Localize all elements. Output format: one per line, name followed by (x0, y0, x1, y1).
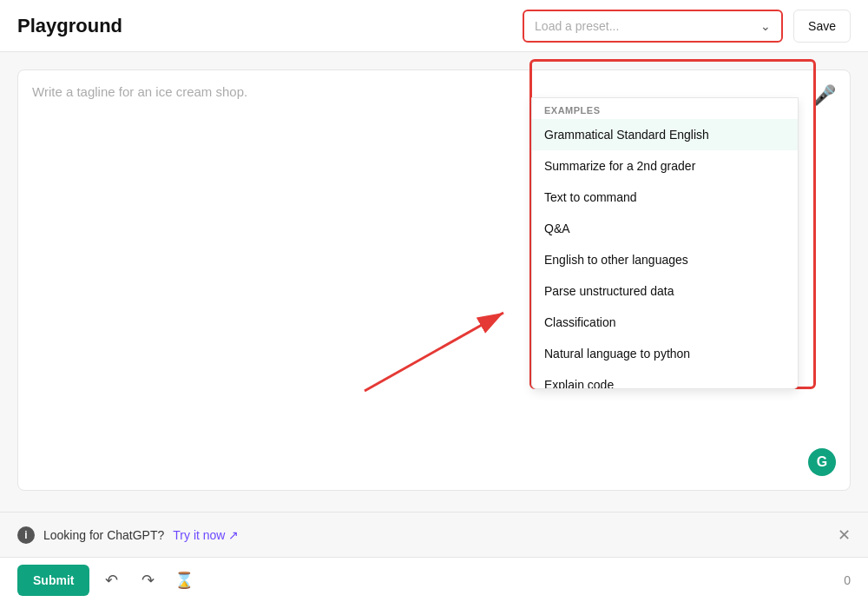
dropdown-item-parse-data[interactable]: Parse unstructured data (532, 275, 798, 307)
banner-close-button[interactable]: ✕ (838, 526, 851, 545)
dropdown-scrollable[interactable]: Grammatical Standard English Summarize f… (532, 119, 798, 388)
grammarly-icon[interactable]: G (808, 448, 836, 476)
redo-button[interactable]: ↷ (133, 566, 162, 595)
mic-icon[interactable]: 🎤 (812, 84, 836, 106)
dropdown-item-grammatical[interactable]: Grammatical Standard English (532, 119, 798, 150)
token-count: 0 (844, 573, 851, 587)
undo-button[interactable]: ↶ (96, 566, 126, 595)
footer-toolbar: Submit ↶ ↷ ⌛ 0 (0, 557, 868, 602)
page-title: Playground (17, 15, 122, 37)
info-icon: i (17, 526, 35, 544)
dropdown-item-qa[interactable]: Q&A (532, 213, 798, 244)
submit-button[interactable]: Submit (17, 565, 89, 596)
g-icon-wrapper: G (808, 448, 836, 476)
chatgpt-link[interactable]: Try it now ↗ (173, 528, 239, 542)
header-right: Load a preset... ⌄ Save (523, 10, 851, 43)
banner-text: Looking for ChatGPT? (43, 528, 164, 542)
chevron-down-icon: ⌄ (760, 19, 771, 33)
header: Playground Load a preset... ⌄ Save (0, 0, 868, 52)
redo-icon: ↷ (141, 571, 155, 590)
external-link-icon: ↗ (228, 528, 239, 542)
dropdown-section-label: EXAMPLES (532, 98, 798, 119)
bottom-banner: i Looking for ChatGPT? Try it now ↗ ✕ (0, 512, 868, 557)
preset-placeholder: Load a preset... (535, 19, 619, 33)
dropdown-item-summarize[interactable]: Summarize for a 2nd grader (532, 150, 798, 182)
dropdown-item-nl-python[interactable]: Natural language to python (532, 338, 798, 369)
preset-dropdown-trigger[interactable]: Load a preset... ⌄ (523, 10, 783, 43)
dropdown-item-english-languages[interactable]: English to other languages (532, 244, 798, 275)
undo-icon: ↶ (105, 571, 118, 590)
dropdown-item-explain-code[interactable]: Explain code (532, 369, 798, 388)
dropdown-item-text-command[interactable]: Text to command (532, 182, 798, 213)
main-area: Write a tagline for an ice cream shop. 🎤… (0, 52, 868, 508)
history-button[interactable]: ⌛ (169, 566, 199, 595)
save-button[interactable]: Save (793, 10, 851, 43)
mic-icon-wrapper: 🎤 (812, 84, 836, 107)
dropdown-item-classification[interactable]: Classification (532, 307, 798, 338)
preset-dropdown-menu: EXAMPLES Grammatical Standard English Su… (531, 97, 799, 389)
history-icon: ⌛ (174, 571, 194, 590)
textarea-placeholder: Write a tagline for an ice cream shop. (32, 84, 247, 99)
